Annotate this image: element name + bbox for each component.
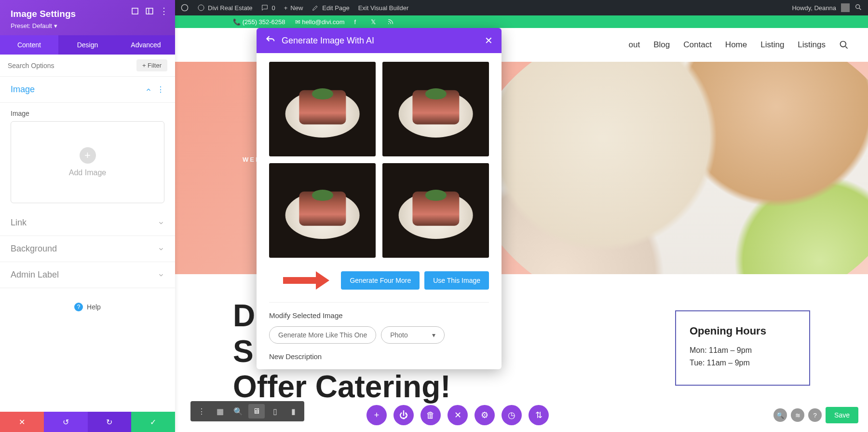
edit-page-link[interactable]: Edit Page <box>312 4 349 12</box>
nav-blog[interactable]: Blog <box>653 40 670 50</box>
accordion-image[interactable]: Image ⋮ <box>0 77 175 103</box>
hours-title: Opening Hours <box>690 325 796 337</box>
more-icon[interactable]: ⋮ <box>193 404 210 418</box>
x-icon[interactable]: 𝕏 <box>371 18 378 25</box>
nav-about[interactable]: out <box>629 40 640 50</box>
ai-image-grid <box>269 62 489 258</box>
builder-dock: + ⏻ 🗑 ✕ ⚙ ◷ ⇅ <box>366 405 549 425</box>
facebook-icon[interactable]: f <box>354 18 361 25</box>
style-select[interactable]: Photo▾ <box>381 326 445 344</box>
annotation-arrow <box>283 269 336 292</box>
site-link[interactable]: Divi Real Estate <box>197 4 252 12</box>
tab-design[interactable]: Design <box>58 35 117 55</box>
svg-point-7 <box>388 23 389 24</box>
back-icon[interactable] <box>265 35 275 46</box>
panel-icon[interactable] <box>145 7 154 15</box>
accordion-link[interactable]: Link <box>0 210 175 236</box>
generate-four-more-button[interactable]: Generate Four More <box>341 271 420 290</box>
hours-tue: Tue: 11am – 9pm <box>690 359 796 367</box>
ai-result-2[interactable] <box>382 62 489 156</box>
layers-icon[interactable]: ≋ <box>791 408 804 422</box>
svg-point-8 <box>841 42 846 47</box>
nav-listing[interactable]: Listing <box>760 40 784 50</box>
svg-rect-1 <box>146 8 153 14</box>
svg-point-4 <box>198 5 204 11</box>
section-more-icon[interactable]: ⋮ <box>157 85 164 94</box>
image-field-label: Image <box>11 110 164 117</box>
tab-content[interactable]: Content <box>0 35 58 55</box>
svg-line-9 <box>845 46 847 48</box>
tablet-icon[interactable]: ▯ <box>267 404 283 418</box>
power-button[interactable]: ⏻ <box>393 405 414 425</box>
help-icon[interactable]: ? <box>808 408 822 422</box>
search-input[interactable] <box>8 62 136 70</box>
top-contact-bar: 📞 (255) 352-6258 ✉ hello@divi.com f 𝕏 <box>175 15 868 28</box>
preset-dropdown[interactable]: Preset: Default ▾ <box>11 22 164 29</box>
ai-result-3[interactable] <box>269 163 376 258</box>
more-icon[interactable]: ⋮ <box>160 7 168 15</box>
expand-icon[interactable] <box>131 7 139 15</box>
wp-logo-icon[interactable] <box>181 4 189 12</box>
nav-search-icon[interactable] <box>839 40 849 50</box>
ai-image-modal: Generate Image With AI ✕ Generate Four M… <box>257 28 502 369</box>
hours-mon: Mon: 11am – 9pm <box>690 346 796 355</box>
tab-advanced[interactable]: Advanced <box>117 35 175 55</box>
exit-builder-link[interactable]: Exit Visual Builder <box>358 4 409 12</box>
add-button[interactable]: + <box>366 405 387 425</box>
filter-button[interactable]: + Filter <box>136 59 167 71</box>
search-bar: + Filter <box>0 55 175 77</box>
close-button[interactable]: ✕ <box>448 405 468 425</box>
search-icon[interactable] <box>854 3 862 13</box>
nav-listings[interactable]: Listings <box>798 40 826 50</box>
save-button[interactable]: Save <box>826 407 858 423</box>
history-button[interactable]: ◷ <box>502 405 522 425</box>
trash-button[interactable]: 🗑 <box>420 405 441 425</box>
howdy-text[interactable]: Howdy, Deanna <box>792 4 836 12</box>
zoom-icon[interactable]: 🔍 <box>773 408 787 422</box>
avatar[interactable] <box>841 3 850 12</box>
chevron-down-icon <box>158 246 164 252</box>
wp-admin-bar: Divi Real Estate 0 + New Edit Page Exit … <box>175 0 868 15</box>
nav-home[interactable]: Home <box>725 40 747 50</box>
rss-icon[interactable] <box>387 18 394 25</box>
help-link[interactable]: ?Help <box>0 303 175 311</box>
chevron-down-icon: ▾ <box>432 331 435 339</box>
accordion-admin-label[interactable]: Admin Label <box>0 262 175 288</box>
chevron-down-icon <box>158 220 164 226</box>
svg-point-3 <box>181 4 188 11</box>
add-image-dropzone[interactable]: + Add Image <box>11 121 164 203</box>
desktop-icon[interactable]: 🖥 <box>248 404 265 418</box>
comments-link[interactable]: 0 <box>261 4 275 12</box>
sidebar-tabs: Content Design Advanced <box>0 35 175 55</box>
settings-sidebar: Image Settings Preset: Default ▾ ⋮ Conte… <box>0 0 175 432</box>
sort-button[interactable]: ⇅ <box>529 405 549 425</box>
nav-contact[interactable]: Contact <box>683 40 712 50</box>
use-this-image-button[interactable]: Use This Image <box>424 271 489 290</box>
wireframe-icon[interactable]: ▦ <box>212 404 228 418</box>
mobile-icon[interactable]: ▮ <box>285 404 301 418</box>
zoom-icon[interactable]: 🔍 <box>230 404 246 418</box>
settings-button[interactable]: ⚙ <box>475 405 495 425</box>
ai-result-4[interactable] <box>382 163 489 258</box>
redo-button[interactable]: ↻ <box>88 412 132 432</box>
phone-text: 📞 (255) 352-6258 <box>233 18 285 26</box>
close-icon[interactable]: ✕ <box>485 35 493 46</box>
modal-title: Generate Image With AI <box>282 36 374 46</box>
chevron-down-icon <box>158 272 164 279</box>
sidebar-header: Image Settings Preset: Default ▾ ⋮ <box>0 0 175 35</box>
hero-food-image <box>473 62 868 274</box>
opening-hours-card: Opening Hours Mon: 11am – 9pm Tue: 11am … <box>675 310 810 386</box>
image-section-body: Image + Add Image <box>0 103 175 210</box>
modify-label: Modify Selected Image <box>269 311 489 320</box>
new-description-label: New Description <box>269 352 489 361</box>
plus-icon: + <box>80 147 96 164</box>
generate-like-this-button[interactable]: Generate More Like This One <box>269 326 376 344</box>
discard-button[interactable]: ✕ <box>0 412 44 432</box>
ai-result-1[interactable] <box>269 62 376 156</box>
confirm-button[interactable]: ✓ <box>131 412 175 432</box>
svg-rect-0 <box>132 8 138 14</box>
accordion-background[interactable]: Background <box>0 236 175 262</box>
undo-button[interactable]: ↺ <box>44 412 88 432</box>
help-icon: ? <box>74 303 83 311</box>
new-link[interactable]: + New <box>284 4 303 12</box>
